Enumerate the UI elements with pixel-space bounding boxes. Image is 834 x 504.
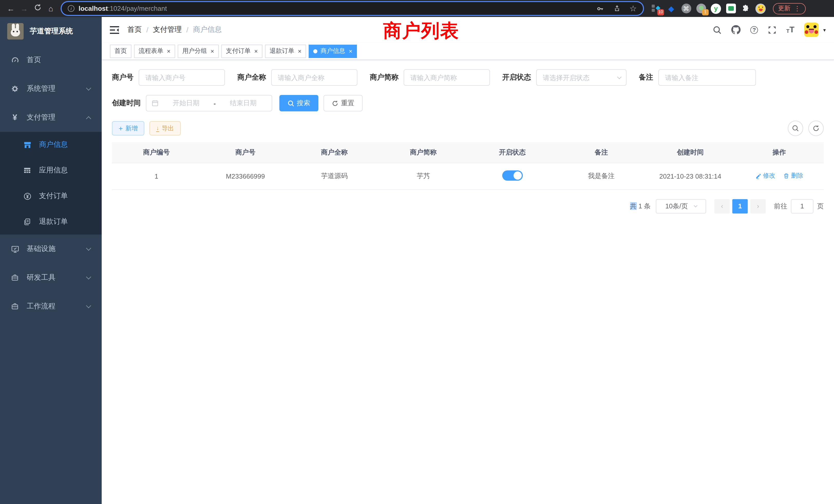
col-status: 开启状态 xyxy=(468,142,557,163)
browser-reload-icon[interactable] xyxy=(32,0,43,17)
sidebar-item-dev-tools[interactable]: 研发工具 xyxy=(0,263,102,292)
github-icon[interactable] xyxy=(731,25,741,35)
password-key-icon[interactable] xyxy=(596,5,604,12)
remark-input[interactable] xyxy=(658,69,756,86)
table-row: 1 M233666999 芋道源码 芋艿 我是备注 2021-10-23 08:… xyxy=(112,163,824,189)
goto-page-input[interactable] xyxy=(791,199,813,213)
toggle-search-button[interactable] xyxy=(788,121,803,136)
sidebar-item-refund-order[interactable]: 退款订单 xyxy=(0,209,102,234)
fullscreen-icon[interactable] xyxy=(768,25,776,34)
full-name-input[interactable] xyxy=(271,69,357,86)
sidebar-item-merchant-info[interactable]: 商户信息 xyxy=(0,132,102,158)
extension-blocks-icon[interactable]: ◆ 10 xyxy=(651,3,661,14)
avatar-caret-icon[interactable]: ▾ xyxy=(823,27,826,32)
url-text: localhost:1024/pay/merchant xyxy=(79,5,167,12)
extension-camera-icon[interactable]: 1 xyxy=(696,3,706,14)
address-bar[interactable]: i localhost:1024/pay/merchant ☆ xyxy=(62,2,643,15)
download-icon: ↓ xyxy=(156,125,159,132)
monitor-icon xyxy=(10,245,20,253)
prev-page-button[interactable]: ‹ xyxy=(714,199,730,213)
breadcrumb: 首页 / 支付管理 / 商户信息 xyxy=(127,25,222,35)
tab-home[interactable]: 首页 xyxy=(110,44,131,58)
delete-link[interactable]: 删除 xyxy=(783,172,803,180)
header-search-icon[interactable] xyxy=(713,25,722,34)
close-icon[interactable]: × xyxy=(167,47,171,55)
date-separator: - xyxy=(214,99,216,107)
reset-button[interactable]: 重置 xyxy=(324,95,363,111)
extension-y-icon[interactable]: y xyxy=(711,3,721,14)
edit-link[interactable]: 修改 xyxy=(755,172,775,180)
tab-refund-order[interactable]: 退款订单× xyxy=(265,44,306,58)
start-date-placeholder: 开始日期 xyxy=(163,98,210,108)
share-icon[interactable] xyxy=(613,5,620,12)
sidebar-item-system[interactable]: 系统管理 xyxy=(0,74,102,103)
close-icon[interactable]: × xyxy=(298,47,302,55)
col-short-name: 商户简称 xyxy=(379,142,468,163)
breadcrumb-current: 商户信息 xyxy=(193,25,222,35)
sidebar-item-label: 基础设施 xyxy=(27,244,56,254)
short-name-input[interactable] xyxy=(404,69,490,86)
font-size-icon[interactable]: TT xyxy=(786,26,794,34)
page-size-select[interactable]: 10条/页 xyxy=(656,199,706,213)
app-logo xyxy=(7,23,24,40)
breadcrumb-separator: / xyxy=(146,26,148,34)
refresh-table-button[interactable] xyxy=(808,121,824,136)
close-icon[interactable]: × xyxy=(211,47,214,55)
tab-merchant-info[interactable]: 商户信息× xyxy=(309,44,357,58)
extension-badge: 1 xyxy=(702,9,709,15)
browser-update-button[interactable]: 更新 ⋮ xyxy=(773,3,806,14)
extensions-puzzle-icon[interactable] xyxy=(741,3,751,14)
date-range-picker[interactable]: 开始日期 - 结束日期 xyxy=(146,95,272,111)
bookmark-star-icon[interactable]: ☆ xyxy=(629,4,637,13)
cell-short-name: 芋艿 xyxy=(379,163,468,189)
sidebar: 芋道管理系统 首页 系统管理 ¥ 支付管理 xyxy=(0,17,102,504)
yen-circle-icon xyxy=(23,192,32,201)
breadcrumb-payment[interactable]: 支付管理 xyxy=(153,25,182,35)
sidebar-item-workflow[interactable]: 工作流程 xyxy=(0,292,102,321)
store-icon xyxy=(23,140,32,149)
pagination: 共 1 条 10条/页 ‹ 1 › 前往 页 xyxy=(112,199,824,213)
trash-icon xyxy=(783,173,789,179)
app-title: 芋道管理系统 xyxy=(30,27,73,36)
extension-gem-icon[interactable]: ◆ xyxy=(666,3,676,14)
payment-submenu: 商户信息 应用信息 支付订单 xyxy=(0,132,102,234)
page-number-1[interactable]: 1 xyxy=(732,199,748,213)
sidebar-toggle-icon[interactable] xyxy=(110,26,119,33)
site-info-icon[interactable]: i xyxy=(68,5,74,12)
browser-back-icon[interactable]: ← xyxy=(5,0,17,17)
sidebar-logo-row[interactable]: 芋道管理系统 xyxy=(0,17,102,46)
browser-menu-kebab-icon[interactable]: ⋮ xyxy=(794,5,800,12)
filter-create-time: 创建时间 开始日期 - 结束日期 xyxy=(112,95,272,111)
status-switch[interactable] xyxy=(502,170,523,180)
browser-forward-icon[interactable]: → xyxy=(19,0,30,17)
help-icon[interactable]: ? xyxy=(750,26,758,33)
user-avatar[interactable] xyxy=(804,23,818,37)
search-button[interactable]: 搜索 xyxy=(279,95,319,111)
sidebar-item-pay-order[interactable]: 支付订单 xyxy=(0,183,102,209)
tab-user-group[interactable]: 用户分组× xyxy=(178,44,219,58)
status-select[interactable] xyxy=(536,69,627,86)
merchant-no-input[interactable] xyxy=(139,69,225,86)
sidebar-item-payment[interactable]: ¥ 支付管理 xyxy=(0,103,102,132)
tab-pay-order[interactable]: 支付订单× xyxy=(221,44,262,58)
sidebar-item-app-info[interactable]: 应用信息 xyxy=(0,158,102,183)
next-page-button[interactable]: › xyxy=(750,199,766,213)
sidebar-item-infra[interactable]: 基础设施 xyxy=(0,234,102,263)
export-button[interactable]: ↓ 导出 xyxy=(150,121,180,136)
browser-profile-avatar[interactable] xyxy=(755,3,766,14)
sidebar-item-label: 应用信息 xyxy=(39,166,68,175)
page-content: 商户号 商户全称 商户简称 开启状态 xyxy=(102,60,834,504)
browser-home-icon[interactable]: ⌂ xyxy=(45,0,57,17)
sidebar-item-label: 商户信息 xyxy=(39,140,68,150)
close-icon[interactable]: × xyxy=(349,47,352,55)
filter-short-name: 商户简称 xyxy=(370,69,490,86)
extension-command-icon[interactable]: ⌘ xyxy=(681,3,691,14)
tab-process-form[interactable]: 流程表单× xyxy=(134,44,175,58)
extension-chat-icon[interactable] xyxy=(726,3,736,14)
breadcrumb-home[interactable]: 首页 xyxy=(127,25,142,35)
add-button[interactable]: + 新增 xyxy=(112,121,144,136)
chevron-down-icon xyxy=(694,204,697,207)
sidebar-item-home[interactable]: 首页 xyxy=(0,46,102,74)
close-icon[interactable]: × xyxy=(254,47,258,55)
breadcrumb-separator: / xyxy=(186,26,189,34)
